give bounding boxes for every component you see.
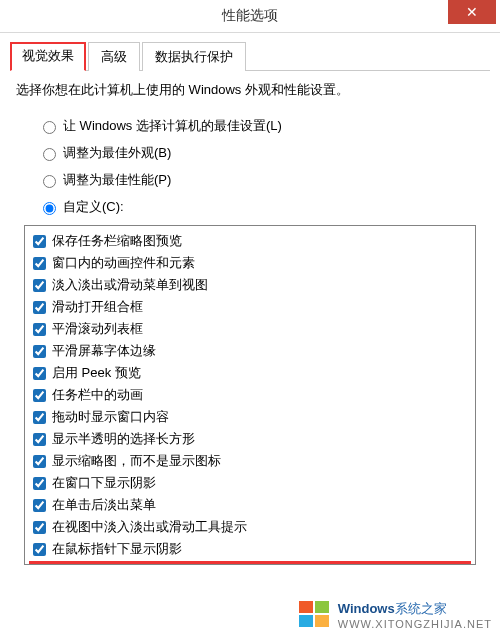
checkbox-label-7: 任务栏中的动画	[52, 385, 143, 405]
close-icon: ✕	[466, 4, 478, 20]
checkbox-row-2[interactable]: 淡入淡出或滑动菜单到视图	[27, 274, 473, 296]
tab-1[interactable]: 高级	[88, 42, 140, 71]
checkbox-input-11[interactable]	[33, 477, 46, 490]
checkbox-label-13: 在视图中淡入淡出或滑动工具提示	[52, 517, 247, 537]
checkbox-row-0[interactable]: 保存任务栏缩略图预览	[27, 230, 473, 252]
radio-label-1: 调整为最佳外观(B)	[63, 144, 171, 162]
checkbox-row-4[interactable]: 平滑滚动列表框	[27, 318, 473, 340]
radio-label-3: 自定义(C):	[63, 198, 124, 216]
checkbox-row-8[interactable]: 拖动时显示窗口内容	[27, 406, 473, 428]
performance-options-window: 性能选项 ✕ 视觉效果高级数据执行保护 选择你想在此计算机上使用的 Window…	[0, 0, 500, 636]
radio-input-2[interactable]	[43, 175, 56, 188]
checkbox-label-4: 平滑滚动列表框	[52, 319, 143, 339]
radio-label-0: 让 Windows 选择计算机的最佳设置(L)	[63, 117, 282, 135]
checkbox-label-5: 平滑屏幕字体边缘	[52, 341, 156, 361]
checkbox-row-7[interactable]: 任务栏中的动画	[27, 384, 473, 406]
checkbox-input-8[interactable]	[33, 411, 46, 424]
checkbox-input-4[interactable]	[33, 323, 46, 336]
checkbox-label-12: 在单击后淡出菜单	[52, 495, 156, 515]
radio-row-0[interactable]: 让 Windows 选择计算机的最佳设置(L)	[38, 117, 490, 135]
checkbox-row-11[interactable]: 在窗口下显示阴影	[27, 472, 473, 494]
checkbox-row-15[interactable]: 在桌面上为图标标签使用阴影	[29, 561, 471, 565]
checkbox-input-7[interactable]	[33, 389, 46, 402]
windows-logo-icon	[298, 600, 332, 630]
content-area: 视觉效果高级数据执行保护 选择你想在此计算机上使用的 Windows 外观和性能…	[0, 33, 500, 565]
checkbox-label-1: 窗口内的动画控件和元素	[52, 253, 195, 273]
checkbox-panel[interactable]: 保存任务栏缩略图预览窗口内的动画控件和元素淡入淡出或滑动菜单到视图滑动打开组合框…	[24, 225, 476, 565]
watermark: Windows系统之家 WWW.XITONGZHIJIA.NET	[294, 598, 496, 632]
checkbox-row-12[interactable]: 在单击后淡出菜单	[27, 494, 473, 516]
checkbox-input-12[interactable]	[33, 499, 46, 512]
checkbox-input-10[interactable]	[33, 455, 46, 468]
radio-label-2: 调整为最佳性能(P)	[63, 171, 171, 189]
checkbox-input-13[interactable]	[33, 521, 46, 534]
checkbox-label-3: 滑动打开组合框	[52, 297, 143, 317]
checkbox-input-2[interactable]	[33, 279, 46, 292]
radio-input-3[interactable]	[43, 202, 56, 215]
checkbox-row-6[interactable]: 启用 Peek 预览	[27, 362, 473, 384]
checkbox-label-6: 启用 Peek 预览	[52, 363, 141, 383]
watermark-text: Windows系统之家 WWW.XITONGZHIJIA.NET	[338, 600, 492, 630]
checkbox-row-14[interactable]: 在鼠标指针下显示阴影	[27, 538, 473, 560]
radio-row-2[interactable]: 调整为最佳性能(P)	[38, 171, 490, 189]
checkbox-label-11: 在窗口下显示阴影	[52, 473, 156, 493]
checkbox-input-6[interactable]	[33, 367, 46, 380]
checkbox-label-8: 拖动时显示窗口内容	[52, 407, 169, 427]
checkbox-row-5[interactable]: 平滑屏幕字体边缘	[27, 340, 473, 362]
checkbox-row-13[interactable]: 在视图中淡入淡出或滑动工具提示	[27, 516, 473, 538]
description-text: 选择你想在此计算机上使用的 Windows 外观和性能设置。	[16, 81, 484, 99]
tab-strip: 视觉效果高级数据执行保护	[10, 41, 490, 71]
checkbox-label-2: 淡入淡出或滑动菜单到视图	[52, 275, 208, 295]
checkbox-input-0[interactable]	[33, 235, 46, 248]
checkbox-label-14: 在鼠标指针下显示阴影	[52, 539, 182, 559]
checkbox-label-9: 显示半透明的选择长方形	[52, 429, 195, 449]
close-button[interactable]: ✕	[448, 0, 496, 24]
radio-row-1[interactable]: 调整为最佳外观(B)	[38, 144, 490, 162]
radio-input-0[interactable]	[43, 121, 56, 134]
checkbox-row-10[interactable]: 显示缩略图，而不是显示图标	[27, 450, 473, 472]
checkbox-label-10: 显示缩略图，而不是显示图标	[52, 451, 221, 471]
titlebar: 性能选项 ✕	[0, 0, 500, 33]
checkbox-row-9[interactable]: 显示半透明的选择长方形	[27, 428, 473, 450]
checkbox-input-3[interactable]	[33, 301, 46, 314]
checkbox-input-9[interactable]	[33, 433, 46, 446]
checkbox-row-1[interactable]: 窗口内的动画控件和元素	[27, 252, 473, 274]
tab-2[interactable]: 数据执行保护	[142, 42, 246, 71]
window-title: 性能选项	[0, 7, 500, 25]
checkbox-input-5[interactable]	[33, 345, 46, 358]
radio-row-3[interactable]: 自定义(C):	[38, 198, 490, 216]
radio-input-1[interactable]	[43, 148, 56, 161]
checkbox-input-14[interactable]	[33, 543, 46, 556]
checkbox-label-0: 保存任务栏缩略图预览	[52, 231, 182, 251]
checkbox-row-3[interactable]: 滑动打开组合框	[27, 296, 473, 318]
radio-group: 让 Windows 选择计算机的最佳设置(L)调整为最佳外观(B)调整为最佳性能…	[38, 117, 490, 216]
checkbox-input-1[interactable]	[33, 257, 46, 270]
tab-0[interactable]: 视觉效果	[10, 42, 86, 71]
